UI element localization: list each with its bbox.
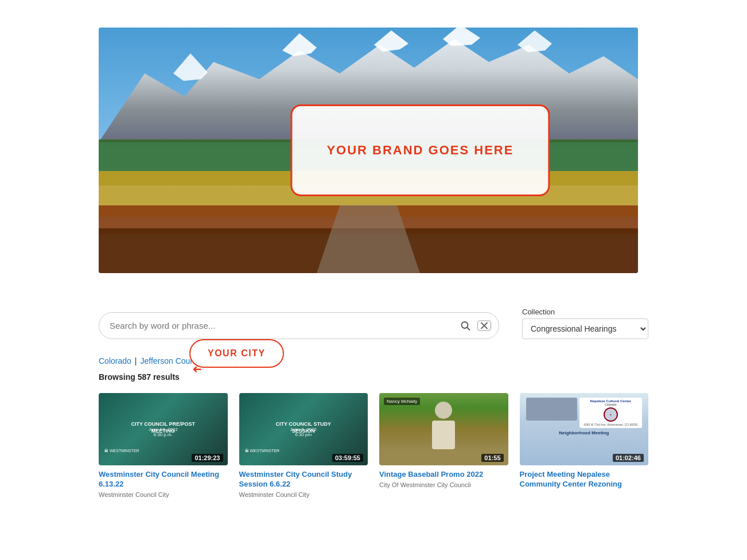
thumb-duration-3: 01:55 (481, 454, 503, 462)
video-title-3[interactable]: Vintage Baseball Promo 2022 (379, 470, 508, 480)
video-card-3[interactable]: Nancy McNally 01:55 Vintage Baseball Pro… (379, 393, 508, 498)
search-input[interactable] (99, 312, 499, 339)
video-thumbnail-4[interactable]: Nepalese Cultural Center Colorado ⚜ 4260… (520, 393, 649, 465)
video-title-2[interactable]: Westminster City Council Study Session 6… (239, 470, 368, 489)
collection-section: Collection Congressional Hearings Westmi… (522, 308, 648, 339)
search-icons-group (460, 320, 491, 332)
video-title-1[interactable]: Westminster City Council Meeting 6.13.22 (99, 470, 228, 489)
thumb-logo-1: 🏛 WESTMINSTER (104, 449, 139, 453)
brand-overlay-box: YOUR BRAND GOES HERE (290, 104, 550, 196)
thumb-duration-4: 01:02:46 (613, 454, 644, 462)
brand-text: YOUR BRAND GOES HERE (326, 143, 513, 158)
video-card-4[interactable]: Nepalese Cultural Center Colorado ⚜ 4260… (520, 393, 649, 498)
hero-section: YOUR BRAND GOES HERE (99, 28, 638, 273)
breadcrumb-separator-1: | (135, 356, 137, 365)
video-thumbnail-3[interactable]: Nancy McNally 01:55 (379, 393, 508, 465)
thumb-date-1: June 13, 20226:30 p.m. (149, 427, 178, 438)
nancy-label: Nancy McNally (384, 398, 420, 405)
collection-select[interactable]: Congressional Hearings Westminster Counc… (522, 318, 648, 339)
search-section: Collection Congressional Hearings Westmi… (0, 308, 747, 339)
video-card-1[interactable]: CITY COUNCIL PRE/POSTMEETING June 13, 20… (99, 393, 228, 498)
video-thumbnail-2[interactable]: CITY COUNCIL STUDY SESSION June 6, 20226… (239, 393, 368, 465)
thumb-duration-2: 03:59:55 (332, 454, 363, 462)
breadcrumb-section: Colorado | Jefferson County | Westminste… (0, 356, 747, 365)
video-subtitle-3: City Of Westminster City Council (379, 481, 508, 488)
collection-label: Collection (522, 308, 648, 316)
video-subtitle-1: Westminster Council City (99, 491, 228, 498)
svg-line-13 (467, 327, 470, 330)
search-button[interactable] (460, 320, 472, 332)
thumb-date-2: June 6, 20226:30 pm (290, 427, 317, 438)
thumb-duration-1: 01:29:23 (192, 454, 223, 462)
breadcrumb-link-colorado[interactable]: Colorado (99, 356, 131, 365)
video-grid: CITY COUNCIL PRE/POSTMEETING June 13, 20… (0, 384, 747, 498)
search-icon (461, 321, 470, 330)
video-title-4[interactable]: Project Meeting Nepalese Community Cente… (520, 470, 649, 489)
search-bar-wrapper (99, 312, 499, 339)
city-callout-box: YOUR CITY (189, 339, 284, 368)
video-thumbnail-1[interactable]: CITY COUNCIL PRE/POSTMEETING June 13, 20… (99, 393, 228, 465)
video-subtitle-2: Westminster Council City (239, 491, 368, 498)
city-callout-text: YOUR CITY (208, 348, 266, 358)
clear-search-button[interactable] (477, 321, 491, 331)
close-icon (481, 322, 488, 329)
results-label: Browsing 587 results (0, 372, 747, 382)
thumb-logo-2: 🏛 WESTMINSTER (245, 449, 280, 453)
video-card-2[interactable]: CITY COUNCIL STUDY SESSION June 6, 20226… (239, 393, 368, 498)
